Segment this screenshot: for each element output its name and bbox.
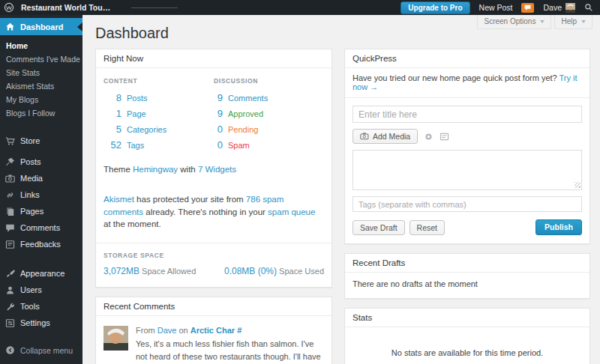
- sidebar-item-site-stats[interactable]: Site Stats: [0, 66, 82, 79]
- sidebar-item-blogs-i-follow[interactable]: Blogs I Follow: [0, 106, 82, 120]
- recent-drafts-empty-text: There are no drafts at the moment: [345, 273, 590, 298]
- screen-options-button[interactable]: Screen Options: [477, 15, 551, 29]
- quickpress-notice: Have you tried our new home page quick p…: [345, 68, 590, 98]
- sidebar-item-users[interactable]: Users: [0, 282, 82, 298]
- search-icon[interactable]: [584, 3, 593, 12]
- avatar: [104, 326, 128, 351]
- recent-comments-widget: Recent Comments From Dave on Arctic Char…: [95, 297, 332, 364]
- camera-icon: [5, 174, 15, 183]
- admin-sidebar: Dashboard Home Comments I've Made Site S…: [0, 15, 82, 364]
- sidebar-item-home[interactable]: Home: [0, 39, 82, 52]
- collapse-menu-button[interactable]: Collapse menu: [0, 345, 73, 355]
- settings-sliders-icon: [5, 318, 15, 328]
- storage-used: 0.08MB (0%) Space Used: [224, 266, 324, 276]
- user-icon: [5, 285, 15, 295]
- spam-queue-link[interactable]: spam queue: [268, 207, 315, 216]
- admin-bar-search-input[interactable]: [131, 7, 178, 8]
- stats-widget: Stats No stats are available for this ti…: [344, 308, 590, 364]
- sidebar-item-akismet-stats[interactable]: Akismet Stats: [0, 79, 82, 93]
- collapse-arrow-icon: [5, 345, 15, 355]
- right-now-widget: Right Now CONTENT 8Posts 1Page 5Categori…: [95, 49, 332, 288]
- add-poll-icon[interactable]: [424, 132, 434, 142]
- storage-allowed: 3,072MB Space Allowed: [104, 266, 196, 276]
- tags-input[interactable]: [352, 196, 582, 212]
- table-row: 0Spam: [214, 137, 324, 153]
- table-row: 0Pending: [214, 121, 324, 137]
- sidebar-item-tools[interactable]: Tools: [0, 298, 82, 315]
- wrench-icon: [5, 302, 15, 312]
- akismet-link[interactable]: Akismet: [104, 195, 134, 204]
- quickpress-widget: QuickPress Have you tried our new home p…: [344, 49, 590, 244]
- help-button[interactable]: Help: [554, 15, 592, 29]
- admin-bar: Restaurant World Tou… Upgrade to Pro New…: [0, 0, 600, 15]
- recent-comments-header[interactable]: Recent Comments: [96, 297, 332, 316]
- house-icon: [5, 22, 15, 31]
- sidebar-item-comments-ive-made[interactable]: Comments I've Made: [0, 52, 82, 66]
- quickpress-header[interactable]: QuickPress: [345, 49, 590, 68]
- theme-summary: Theme Hemingway with 7 Widgets: [104, 165, 324, 174]
- save-draft-button[interactable]: Save Draft: [352, 220, 405, 235]
- publish-button[interactable]: Publish: [536, 219, 582, 235]
- table-row: 5Categories: [104, 121, 214, 137]
- notifications-icon[interactable]: [521, 3, 534, 13]
- upgrade-to-pro-button[interactable]: Upgrade to Pro: [400, 1, 470, 14]
- sidebar-item-pages[interactable]: Pages: [0, 203, 82, 219]
- comment-text: Yes, it's a much less fishier fish than …: [136, 338, 324, 364]
- stats-header[interactable]: Stats: [345, 309, 590, 327]
- sidebar-item-dashboard[interactable]: Dashboard: [0, 18, 82, 35]
- comment-post-link[interactable]: Arctic Char #: [190, 326, 242, 335]
- user-avatar: [566, 3, 575, 13]
- sidebar-item-posts[interactable]: Posts: [0, 154, 82, 170]
- comment-author-link[interactable]: Dave: [158, 326, 177, 335]
- pushpin-icon: [5, 157, 15, 167]
- divider: [96, 243, 332, 243]
- user-menu[interactable]: Dave: [543, 3, 575, 13]
- dashboard-submenu: Home Comments I've Made Site Stats Akism…: [0, 35, 82, 127]
- sidebar-item-my-blogs[interactable]: My Blogs: [0, 93, 82, 106]
- sidebar-item-store[interactable]: Store: [0, 133, 82, 149]
- sidebar-item-comments[interactable]: Comments: [0, 219, 82, 236]
- user-name: Dave: [543, 3, 562, 12]
- storage-space-header: STORAGE SPACE: [104, 252, 324, 259]
- comment-bubble-icon: [5, 223, 15, 233]
- sidebar-item-media[interactable]: Media: [0, 170, 82, 186]
- akismet-status-text: Akismet has protected your site from 786…: [104, 193, 324, 231]
- table-row: 9Approved: [214, 106, 324, 121]
- discussion-column-header: DISCUSSION: [214, 75, 324, 90]
- site-name[interactable]: Restaurant World Tou…: [21, 3, 110, 12]
- theme-link[interactable]: Hemingway: [133, 165, 178, 174]
- main-menu: Store Posts Media Links Pages Comments F…: [0, 133, 82, 331]
- chevron-down-icon: [540, 20, 544, 23]
- sidebar-item-settings[interactable]: Settings: [0, 315, 82, 331]
- post-title-input[interactable]: [352, 106, 582, 123]
- cart-icon: [5, 136, 15, 146]
- table-row: 9Comments: [214, 90, 324, 106]
- feedback-form-icon: [5, 240, 15, 249]
- post-content-wrap: [352, 150, 582, 190]
- table-row: 1Page: [104, 106, 214, 121]
- brush-icon: [5, 269, 15, 279]
- right-now-header[interactable]: Right Now: [96, 49, 332, 68]
- content-area: Screen Options Help Dashboard Right Now …: [82, 15, 600, 364]
- post-content-textarea[interactable]: [352, 150, 582, 190]
- reset-button[interactable]: Reset: [410, 220, 445, 235]
- widgets-link[interactable]: 7 Widgets: [198, 165, 236, 174]
- table-row: 52Tags: [104, 137, 214, 153]
- recent-drafts-widget: Recent Drafts There are no drafts at the…: [344, 253, 590, 299]
- sidebar-item-appearance[interactable]: Appearance: [0, 265, 82, 282]
- new-post-link[interactable]: New Post: [479, 3, 513, 12]
- chain-icon: [5, 190, 15, 200]
- wordpress-logo-icon[interactable]: [4, 2, 14, 13]
- add-media-button[interactable]: Add Media: [352, 129, 418, 144]
- pages-icon: [5, 207, 15, 216]
- stats-empty-text: No stats are available for this time per…: [345, 327, 590, 364]
- add-media-icon: [360, 132, 369, 141]
- content-column-header: CONTENT: [104, 75, 214, 90]
- add-custom-form-icon[interactable]: [440, 132, 449, 142]
- sidebar-item-links[interactable]: Links: [0, 186, 82, 203]
- chevron-down-icon: [581, 20, 586, 23]
- list-item: From Dave on Arctic Char # Yes, it's a m…: [104, 326, 324, 364]
- comment-meta: From Dave on Arctic Char #: [136, 326, 324, 335]
- recent-drafts-header[interactable]: Recent Drafts: [345, 254, 590, 273]
- sidebar-item-feedbacks[interactable]: Feedbacks: [0, 236, 82, 252]
